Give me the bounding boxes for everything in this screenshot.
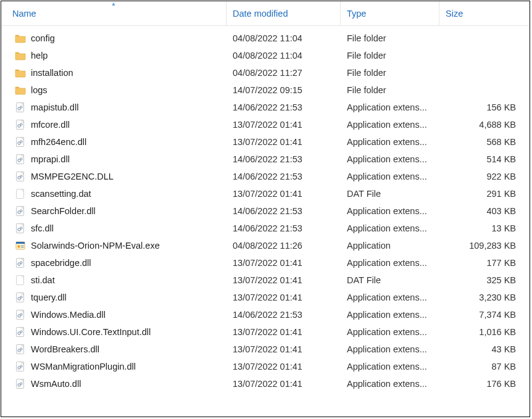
file-size-cell: 7,374 KB xyxy=(439,310,530,320)
svg-rect-25 xyxy=(21,246,24,246)
file-name-cell: WsmAuto.dll xyxy=(1,378,227,389)
file-type-cell: DAT File xyxy=(341,189,439,199)
file-size-cell: 514 KB xyxy=(439,154,530,164)
file-date-cell: 13/07/2022 01:41 xyxy=(227,379,341,389)
dll-icon xyxy=(15,119,26,130)
file-name-cell: sfc.dll xyxy=(1,223,227,234)
file-row[interactable]: Windows.UI.Core.TextInput.dll13/07/2022 … xyxy=(1,323,530,341)
file-row[interactable]: config04/08/2022 11:04File folder xyxy=(1,30,530,47)
file-name-label: config xyxy=(31,33,55,43)
file-row[interactable]: mfcore.dll13/07/2022 01:41Application ex… xyxy=(1,116,530,133)
column-header-name[interactable]: Name ▲ xyxy=(1,1,227,25)
file-size-cell: 43 KB xyxy=(439,344,530,354)
file-name-cell: logs xyxy=(1,85,227,96)
column-header-size[interactable]: Size xyxy=(439,1,530,25)
file-size-cell: 922 KB xyxy=(439,172,530,181)
file-row[interactable]: MSMPEG2ENC.DLL14/06/2022 21:53Applicatio… xyxy=(1,168,530,185)
file-date-cell: 13/07/2022 01:41 xyxy=(227,258,341,268)
svg-rect-23 xyxy=(16,242,25,244)
file-type-cell: Application xyxy=(341,241,439,251)
file-name-cell: WSManMigrationPlugin.dll xyxy=(1,361,227,372)
file-date-cell: 13/07/2022 01:41 xyxy=(227,344,341,354)
file-type-cell: Application extens... xyxy=(341,258,439,268)
column-header-date[interactable]: Date modified xyxy=(227,1,341,25)
file-date-cell: 13/07/2022 01:41 xyxy=(227,275,341,285)
file-row[interactable]: tquery.dll13/07/2022 01:41Application ex… xyxy=(1,289,530,306)
file-size-cell: 568 KB xyxy=(439,137,530,147)
file-row[interactable]: spacebridge.dll13/07/2022 01:41Applicati… xyxy=(1,254,530,272)
file-type-cell: File folder xyxy=(341,51,439,60)
file-type-cell: Application extens... xyxy=(341,172,439,181)
file-name-label: mfcore.dll xyxy=(31,120,70,130)
dll-icon xyxy=(15,344,26,355)
file-name-cell: MSMPEG2ENC.DLL xyxy=(1,171,227,182)
file-date-cell: 04/08/2022 11:26 xyxy=(227,241,341,251)
file-name-label: Windows.UI.Core.TextInput.dll xyxy=(31,327,151,337)
file-type-cell: Application extens... xyxy=(341,154,439,164)
file-row[interactable]: WSManMigrationPlugin.dll13/07/2022 01:41… xyxy=(1,358,530,375)
file-row[interactable]: sfc.dll14/06/2022 21:53Application exten… xyxy=(1,220,530,237)
file-row[interactable]: logs14/07/2022 09:15File folder xyxy=(1,81,530,99)
file-row[interactable]: mfh264enc.dll13/07/2022 01:41Application… xyxy=(1,133,530,151)
file-name-label: help xyxy=(31,51,48,60)
file-date-cell: 04/08/2022 11:27 xyxy=(227,68,341,78)
file-list-pane: Name ▲ Date modified Type Size config04/… xyxy=(1,1,530,417)
file-date-cell: 13/07/2022 01:41 xyxy=(227,137,341,147)
file-date-cell: 14/06/2022 21:53 xyxy=(227,310,341,320)
file-row[interactable]: WsmAuto.dll13/07/2022 01:41Application e… xyxy=(1,375,530,392)
file-type-cell: Application extens... xyxy=(341,292,439,302)
file-date-cell: 13/07/2022 01:41 xyxy=(227,327,341,337)
file-row[interactable]: help04/08/2022 11:04File folder xyxy=(1,47,530,64)
file-name-label: SearchFolder.dll xyxy=(31,206,96,216)
file-date-cell: 14/06/2022 21:53 xyxy=(227,102,341,112)
file-name-label: WSManMigrationPlugin.dll xyxy=(31,362,136,371)
file-name-cell: help xyxy=(1,50,227,61)
file-date-cell: 13/07/2022 01:41 xyxy=(227,362,341,371)
dll-icon xyxy=(15,326,26,338)
file-row[interactable]: Windows.Media.dll14/06/2022 21:53Applica… xyxy=(1,306,530,323)
file-row[interactable]: scansetting.dat13/07/2022 01:41DAT File2… xyxy=(1,185,530,202)
file-name-label: mprapi.dll xyxy=(31,154,70,164)
dll-icon xyxy=(15,223,26,234)
dll-icon xyxy=(15,309,26,320)
file-row[interactable]: mprapi.dll14/06/2022 21:53Application ex… xyxy=(1,151,530,168)
file-date-cell: 14/06/2022 21:53 xyxy=(227,172,341,181)
dll-icon xyxy=(15,205,26,217)
file-name-label: MSMPEG2ENC.DLL xyxy=(31,172,114,181)
dll-icon xyxy=(15,171,26,182)
file-date-cell: 04/08/2022 11:04 xyxy=(227,33,341,43)
file-row[interactable]: Solarwinds-Orion-NPM-Eval.exe04/08/2022 … xyxy=(1,237,530,254)
file-row[interactable]: SearchFolder.dll14/06/2022 21:53Applicat… xyxy=(1,202,530,220)
file-row[interactable]: installation04/08/2022 11:27File folder xyxy=(1,64,530,81)
file-row[interactable]: WordBreakers.dll13/07/2022 01:41Applicat… xyxy=(1,341,530,358)
file-date-cell: 14/06/2022 21:53 xyxy=(227,206,341,216)
file-name-cell: scansetting.dat xyxy=(1,188,227,199)
file-type-cell: Application extens... xyxy=(341,362,439,371)
column-header-type[interactable]: Type xyxy=(341,1,439,25)
file-name-label: spacebridge.dll xyxy=(31,258,91,268)
file-size-cell: 109,283 KB xyxy=(439,241,530,251)
file-name-cell: sti.dat xyxy=(1,275,227,286)
file-name-label: logs xyxy=(31,85,48,95)
file-name-label: mapistub.dll xyxy=(31,102,78,112)
file-name-cell: tquery.dll xyxy=(1,292,227,303)
file-row[interactable]: mapistub.dll14/06/2022 21:53Application … xyxy=(1,99,530,116)
file-rows-container: config04/08/2022 11:04File folder help04… xyxy=(1,26,530,392)
column-header-size-label: Size xyxy=(446,9,463,19)
file-row[interactable]: sti.dat13/07/2022 01:41DAT File325 KB xyxy=(1,272,530,289)
file-name-label: tquery.dll xyxy=(31,292,67,302)
dll-icon xyxy=(15,257,26,268)
file-date-cell: 14/07/2022 09:15 xyxy=(227,85,341,95)
file-size-cell: 87 KB xyxy=(439,362,530,371)
file-name-cell: WordBreakers.dll xyxy=(1,344,227,355)
folder-icon xyxy=(15,85,26,96)
file-type-cell: Application extens... xyxy=(341,310,439,320)
file-date-cell: 14/06/2022 21:53 xyxy=(227,223,341,233)
folder-icon xyxy=(15,33,26,44)
file-name-label: mfh264enc.dll xyxy=(31,137,86,147)
file-type-cell: Application extens... xyxy=(341,379,439,389)
dll-icon xyxy=(15,361,26,372)
file-name-label: WsmAuto.dll xyxy=(31,379,81,389)
file-type-cell: DAT File xyxy=(341,275,439,285)
file-type-cell: Application extens... xyxy=(341,223,439,233)
